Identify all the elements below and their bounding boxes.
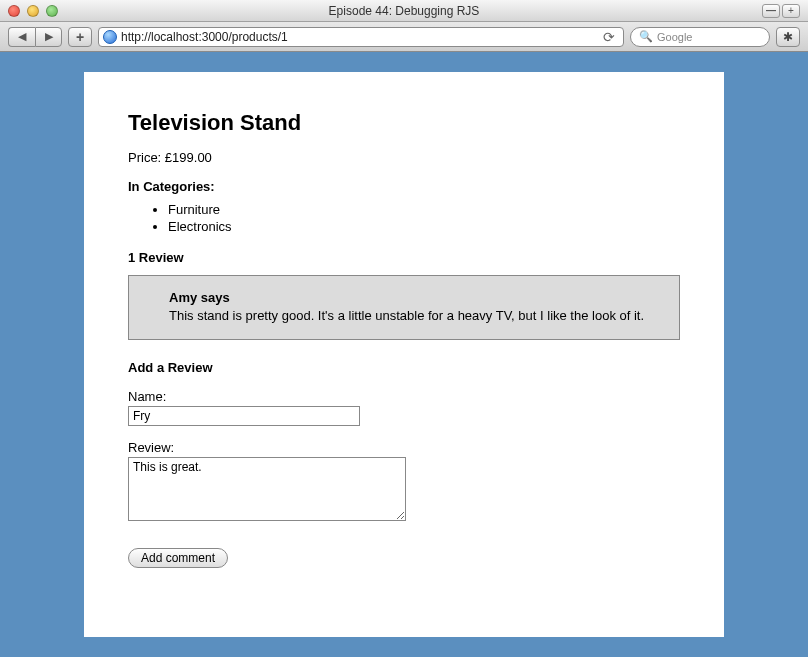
product-title: Television Stand [128, 110, 680, 136]
viewport: Television Stand Price: £199.00 In Categ… [0, 52, 808, 657]
new-tab-button[interactable]: + [782, 4, 800, 18]
review-label: Review: [128, 440, 680, 455]
url-bar[interactable]: ⟳ [98, 27, 624, 47]
search-placeholder: Google [657, 31, 692, 43]
price-label: Price: [128, 150, 161, 165]
list-item: Furniture [168, 202, 680, 217]
minimize-window-button[interactable] [27, 5, 39, 17]
review-textarea[interactable] [128, 457, 406, 521]
price-value: £199.00 [165, 150, 212, 165]
add-review-heading: Add a Review [128, 360, 680, 375]
close-window-button[interactable] [8, 5, 20, 17]
globe-icon [103, 30, 117, 44]
review-body: This stand is pretty good. It's a little… [169, 307, 647, 325]
review-item: Amy says This stand is pretty good. It's… [128, 275, 680, 340]
search-icon: 🔍 [639, 30, 653, 43]
reviews-heading: 1 Review [128, 250, 680, 265]
page-content: Television Stand Price: £199.00 In Categ… [84, 72, 724, 637]
add-comment-button[interactable]: Add comment [128, 548, 228, 568]
search-bar[interactable]: 🔍 Google [630, 27, 770, 47]
window-titlebar: Episode 44: Debugging RJS — + [0, 0, 808, 22]
categories-heading: In Categories: [128, 179, 680, 194]
forward-icon: ▶ [45, 30, 53, 43]
add-bookmark-button[interactable]: + [68, 27, 92, 47]
browser-toolbar: ◀ ▶ + ⟳ 🔍 Google ✱ [0, 22, 808, 52]
url-input[interactable] [121, 30, 595, 44]
reload-icon[interactable]: ⟳ [599, 29, 619, 45]
back-button[interactable]: ◀ [8, 27, 35, 47]
categories-list: Furniture Electronics [168, 202, 680, 234]
window-title: Episode 44: Debugging RJS [0, 4, 808, 18]
zoom-window-button[interactable] [46, 5, 58, 17]
back-icon: ◀ [18, 30, 26, 43]
price-line: Price: £199.00 [128, 150, 680, 165]
list-item: Electronics [168, 219, 680, 234]
forward-button[interactable]: ▶ [35, 27, 62, 47]
bug-report-button[interactable]: ✱ [776, 27, 800, 47]
review-author: Amy says [169, 290, 647, 305]
bug-icon: ✱ [783, 30, 793, 44]
window-toggle-button[interactable]: — [762, 4, 780, 18]
name-label: Name: [128, 389, 680, 404]
name-input[interactable] [128, 406, 360, 426]
